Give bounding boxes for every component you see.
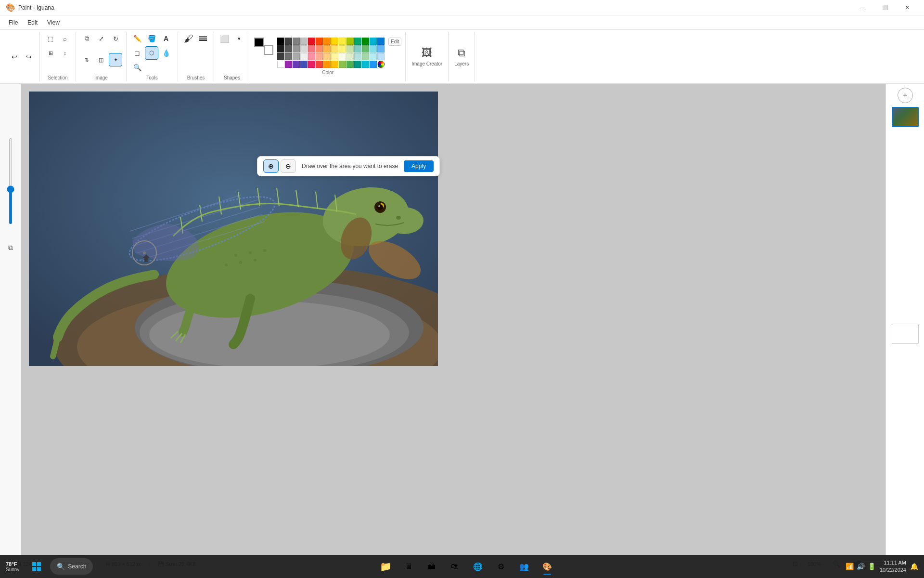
color-swatch[interactable]: [354, 53, 361, 60]
color-swatch[interactable]: [316, 53, 323, 60]
sound-icon[interactable]: 🔊: [857, 563, 865, 570]
start-button[interactable]: [25, 555, 48, 578]
pencil-button[interactable]: ✏️: [130, 32, 144, 45]
color-swatch[interactable]: [323, 61, 331, 68]
select-invert-button[interactable]: ↕: [58, 46, 72, 60]
color-swatch[interactable]: [308, 53, 315, 60]
secondary-color[interactable]: [264, 45, 273, 55]
color-swatch[interactable]: [362, 45, 369, 53]
color-swatch[interactable]: [293, 53, 300, 60]
view-menu[interactable]: View: [42, 17, 64, 28]
color-swatch[interactable]: [300, 61, 308, 68]
taskbar-app-terminal[interactable]: 🖥: [399, 557, 418, 576]
notification-button[interactable]: 🔔: [910, 563, 918, 570]
select-rect-button[interactable]: ⬚: [44, 32, 57, 45]
file-menu[interactable]: File: [4, 17, 23, 28]
color-swatch[interactable]: [293, 45, 300, 53]
color-swatch[interactable]: [331, 53, 338, 60]
canvas-image[interactable]: [29, 92, 438, 366]
close-button[interactable]: ✕: [896, 0, 918, 15]
battery-icon[interactable]: 🔋: [868, 563, 876, 570]
color-swatch[interactable]: [377, 53, 385, 60]
color-swatch[interactable]: [377, 61, 385, 68]
color-swatch[interactable]: [285, 61, 292, 68]
color-swatch[interactable]: [285, 38, 292, 45]
color-swatch[interactable]: [377, 38, 385, 45]
shape-select-button[interactable]: ⬜: [218, 32, 231, 45]
color-swatch[interactable]: [316, 61, 323, 68]
color-swatch[interactable]: [293, 38, 300, 45]
shape-options-button[interactable]: ▾: [232, 32, 246, 45]
weather-widget[interactable]: 78°F Sunny: [0, 561, 25, 572]
color-swatch[interactable]: [300, 45, 308, 53]
color-swatch-panel[interactable]: [892, 324, 919, 344]
taskbar-app-photos[interactable]: 🏔: [422, 557, 441, 576]
color-swatch[interactable]: [285, 45, 292, 53]
resize-button[interactable]: ⤢: [94, 32, 108, 45]
taskbar-app-teams[interactable]: 👥: [514, 557, 534, 576]
taskbar-app-paint[interactable]: 🎨: [538, 557, 557, 576]
color-swatch[interactable]: [354, 61, 361, 68]
size-slider[interactable]: [9, 138, 12, 224]
maximize-button[interactable]: ⬜: [874, 0, 896, 15]
system-clock[interactable]: 11:11 AM 10/22/2024: [880, 559, 906, 574]
color-swatch[interactable]: [346, 53, 354, 60]
color-swatch[interactable]: [346, 61, 354, 68]
taskbar-app-settings[interactable]: ⚙: [491, 557, 511, 576]
color-swatch[interactable]: [339, 45, 346, 53]
color-swatch[interactable]: [316, 38, 323, 45]
crop-button[interactable]: ⧉: [80, 32, 93, 45]
color-swatch[interactable]: [339, 53, 346, 60]
layer-thumbnail[interactable]: [892, 107, 919, 127]
eraser-tool-button[interactable]: ◻: [130, 46, 144, 60]
color-swatch[interactable]: [277, 45, 284, 53]
color-swatch[interactable]: [308, 45, 315, 53]
magic-select-button[interactable]: ⬡: [145, 46, 158, 60]
color-swatch[interactable]: [316, 45, 323, 53]
color-swatch[interactable]: [354, 38, 361, 45]
color-swatch[interactable]: [293, 61, 300, 68]
color-swatch[interactable]: [362, 38, 369, 45]
apply-button[interactable]: Apply: [404, 160, 434, 172]
minimize-button[interactable]: —: [852, 0, 874, 15]
add-layer-button[interactable]: +: [898, 88, 913, 103]
canvas-area[interactable]: ⊕ ⊖ Draw over the area you want to erase…: [21, 84, 886, 556]
restore-mode-button[interactable]: ⊖: [281, 159, 296, 173]
color-swatch[interactable]: [370, 38, 377, 45]
text-button[interactable]: A: [159, 32, 173, 45]
color-swatch[interactable]: [308, 38, 315, 45]
taskbar-search[interactable]: 🔍 Search: [50, 558, 93, 575]
image-creator-group[interactable]: 🖼 Image Creator: [406, 32, 449, 81]
color-swatch[interactable]: [277, 53, 284, 60]
color-swatch[interactable]: [339, 38, 346, 45]
color-swatch[interactable]: [370, 61, 377, 68]
color-swatch[interactable]: [331, 38, 338, 45]
network-icon[interactable]: 📶: [846, 563, 854, 570]
select-free-button[interactable]: ⌕: [58, 32, 72, 45]
erase-mode-button[interactable]: ⊕: [263, 159, 279, 173]
edit-menu[interactable]: Edit: [23, 17, 42, 28]
color-swatch[interactable]: [370, 45, 377, 53]
layers-group[interactable]: ⧉ Layers: [449, 32, 475, 81]
color-swatch[interactable]: [362, 61, 369, 68]
redo-button[interactable]: ↪: [22, 50, 36, 64]
color-swatch[interactable]: [323, 38, 331, 45]
color-swatch[interactable]: [370, 53, 377, 60]
taskbar-app-edge[interactable]: 🌐: [468, 557, 488, 576]
color-swatch[interactable]: [277, 61, 284, 68]
flip-button[interactable]: ⇅: [80, 53, 93, 66]
taskbar-app-explorer[interactable]: 📁: [376, 557, 395, 576]
color-swatch[interactable]: [300, 38, 308, 45]
select-all-button[interactable]: ⊞: [44, 46, 57, 60]
color-swatch[interactable]: [300, 53, 308, 60]
color-swatch[interactable]: [354, 45, 361, 53]
color-swatch[interactable]: [308, 61, 315, 68]
color-swatch[interactable]: [362, 53, 369, 60]
color-swatch[interactable]: [323, 53, 331, 60]
primary-color[interactable]: [254, 38, 264, 47]
color-swatch[interactable]: [339, 61, 346, 68]
color-swatch[interactable]: [277, 38, 284, 45]
color-swatch[interactable]: [331, 61, 338, 68]
fill-button[interactable]: 🪣: [145, 32, 158, 45]
brush-select-button[interactable]: 🖌: [182, 32, 195, 45]
